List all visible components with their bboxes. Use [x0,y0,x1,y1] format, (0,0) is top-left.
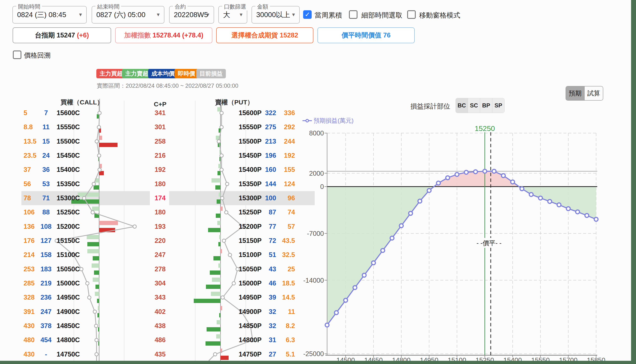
mode-tab-試算[interactable]: 試算 [584,86,603,100]
put-price: 57 [277,222,295,231]
call-cost: 236 [38,293,55,302]
chevron-down-icon: ▼ [291,6,296,23]
select-value: 30000以上 [256,6,290,23]
cost-line-marker [80,268,83,271]
call-strike: 15500C [55,137,80,146]
put-price: 192 [277,151,295,160]
put-cost: 144 [263,179,276,189]
curve-marker [344,298,348,302]
curve-marker [566,207,570,210]
line-marker-icon [302,119,312,122]
position-button-BP[interactable]: BP [480,98,492,113]
call-strike: 14800C [55,335,80,345]
put-price: 18.5 [277,278,295,288]
curve-marker [427,188,431,192]
call-strike: 15200C [55,222,80,231]
chip-目前損益[interactable]: 目前損益 [196,69,226,78]
cp-value: 341 [149,108,171,118]
cost-line-marker [98,168,101,172]
call-cost: - [38,350,55,359]
put-strike: 14750P [237,350,262,359]
cp-value: 278 [149,264,171,274]
call-cost: 71 [38,194,55,203]
put-price: 5.1 [277,350,295,359]
chart-legend-label: 預期損益(萬元) [314,117,354,125]
put-cost: 31 [263,335,276,345]
curve-marker [353,286,357,290]
put-strike: 15400P [237,165,262,174]
position-button-SC[interactable]: SC [468,98,480,113]
cp-value: 435 [149,350,171,359]
call-cost: 24 [38,151,55,160]
mode-tab-預期[interactable]: 預期 [566,86,584,100]
curve-marker [381,248,385,252]
chip-即時價[interactable]: 即時價 [175,69,198,78]
cost-line-marker [95,338,98,342]
checkbox-細部時間選取[interactable] [349,10,357,19]
spot-price-label: 15250 [475,124,495,132]
call-strike: 15000C [55,278,80,288]
chart-legend: 預期損益(萬元) [302,117,354,125]
checkbox-移動窗格模式[interactable] [407,10,416,19]
call-strike: 14900C [55,307,80,316]
select-結束時間[interactable]: 結束時間0827 (六) 05:00▼ [92,6,164,24]
cost-line-marker [83,196,86,200]
cost-line-marker [213,353,217,356]
put-strike: 15150P [237,236,262,246]
cost-line-marker [97,126,101,129]
y-tick-label: 0 [320,183,324,190]
put-price: 43.5 [277,236,295,246]
call-strike: 15300C [55,194,80,203]
select-開始時間[interactable]: 開始時間0824 (三) 08:45▼ [13,6,87,24]
cost-line-marker [86,282,89,285]
put-price: 14.5 [277,293,295,302]
put-cost: 39 [263,293,276,302]
put-cost: 196 [263,151,276,160]
chip-主力買超[interactable]: 主力買超 [96,69,126,78]
select-金額[interactable]: 金額30000以上▼ [252,6,300,24]
put-cost: 275 [263,122,276,132]
call-strike: 15400C [55,165,80,174]
taiex-futures-button[interactable]: 台指期 15247 (+6) [13,28,111,43]
put-price: 244 [277,137,295,146]
profit-chart-canvas[interactable]: 800020000-7000-14000-2500014500146501480… [0,0,636,364]
chip-成本均價[interactable]: 成本均價 [148,69,178,78]
options-analysis-page: 800020000-7000-14000-2500014500146501480… [0,0,636,364]
cp-value: 247 [149,250,171,260]
select-合約[interactable]: 合約202208W5▼ [169,6,214,24]
cp-value: 258 [149,137,171,146]
cp-value: 402 [149,307,171,316]
put-price: 336 [277,108,295,118]
checkbox-當周累積[interactable]: ✓ [303,10,312,19]
put-price: 6.3 [277,335,295,345]
put-header: 賣權（PUT） [208,98,261,107]
curve-marker [548,200,552,203]
chevron-down-icon: ▼ [78,6,83,23]
call-cost: 15 [38,137,55,146]
atm-time-value-button[interactable]: 價平時間價值 76 [317,28,415,43]
cost-line-marker [95,140,99,143]
cp-value: 301 [149,122,171,132]
cost-line-marker [220,154,223,157]
options-synthetic-futures-button[interactable]: 選擇權合成期貨 15282 [216,28,313,43]
select-口數篩選[interactable]: 口數篩選大▼ [218,6,247,24]
position-button-BC[interactable]: BC [456,98,468,113]
chevron-down-icon: ▼ [206,6,210,23]
curve-marker [436,181,440,185]
weighted-index-button[interactable]: 加權指數 15278.44 (+78.4) [115,28,212,43]
call-cost: 7 [38,108,55,118]
call-cost: 36 [38,165,55,174]
put-cost: 27 [263,350,276,359]
cost-line-marker [95,353,98,356]
call-strike: 15350C [55,179,80,189]
price-trace-checkbox[interactable] [13,50,22,59]
cp-value: 180 [149,208,171,217]
cp-value: 216 [149,151,171,160]
curve-marker [418,199,422,203]
put-strike: 15100P [237,250,262,260]
put-strike: 15550P [237,122,262,132]
cost-line-marker [97,154,101,157]
position-button-SP[interactable]: SP [492,98,504,113]
chip-主力賣超[interactable]: 主力賣超 [122,69,152,78]
atm-label: - -價平- - [476,240,501,246]
